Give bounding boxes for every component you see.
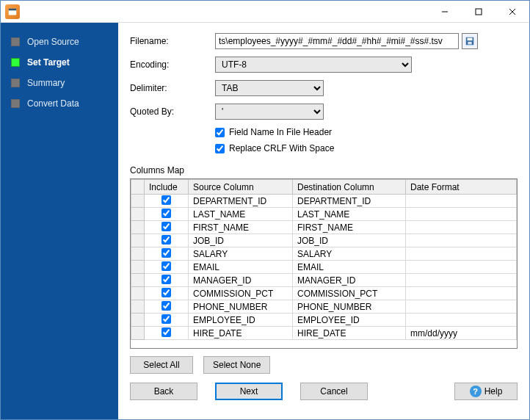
cancel-button[interactable]: Cancel xyxy=(300,383,368,400)
datefmt-cell[interactable] xyxy=(406,274,517,287)
row-header[interactable] xyxy=(131,287,145,300)
close-button[interactable] xyxy=(495,1,529,23)
sidebar-item-summary[interactable]: Summary xyxy=(1,73,118,93)
include-checkbox[interactable] xyxy=(161,195,171,205)
sidebar-item-set-target[interactable]: Set Target xyxy=(1,52,118,73)
columns-map-grid[interactable]: Include Source Column Destination Column… xyxy=(130,178,518,349)
table-row[interactable]: SALARYSALARY xyxy=(131,247,517,261)
next-button[interactable]: Next xyxy=(215,383,283,400)
datefmt-cell[interactable] xyxy=(406,195,517,208)
table-row[interactable]: MANAGER_IDMANAGER_ID xyxy=(131,274,517,287)
include-cell[interactable] xyxy=(145,327,189,340)
datefmt-cell[interactable] xyxy=(406,300,517,314)
include-checkbox[interactable] xyxy=(161,275,171,284)
help-button[interactable]: ?Help xyxy=(454,383,518,400)
quoted-by-select[interactable]: ' xyxy=(215,104,324,120)
table-row[interactable]: FIRST_NAMEFIRST_NAME xyxy=(131,221,517,234)
dest-cell[interactable]: DEPARTMENT_ID xyxy=(293,195,406,208)
include-cell[interactable] xyxy=(145,208,189,221)
include-cell[interactable] xyxy=(145,195,189,208)
source-cell[interactable]: MANAGER_ID xyxy=(189,274,293,287)
row-header[interactable] xyxy=(131,274,145,287)
dest-cell[interactable]: PHONE_NUMBER xyxy=(293,300,406,314)
include-checkbox[interactable] xyxy=(161,327,171,337)
col-header-dest[interactable]: Destination Column xyxy=(293,180,406,195)
dest-cell[interactable]: COMMISSION_PCT xyxy=(293,287,406,300)
table-row[interactable]: COMMISSION_PCTCOMMISSION_PCT xyxy=(131,287,517,300)
source-cell[interactable]: DEPARTMENT_ID xyxy=(189,195,293,208)
include-cell[interactable] xyxy=(145,261,189,274)
dest-cell[interactable]: EMPLOYEE_ID xyxy=(293,314,406,327)
include-checkbox[interactable] xyxy=(161,235,171,245)
datefmt-cell[interactable] xyxy=(406,247,517,261)
include-checkbox[interactable] xyxy=(161,301,171,311)
datefmt-cell[interactable] xyxy=(406,208,517,221)
row-header[interactable] xyxy=(131,234,145,247)
table-row[interactable]: LAST_NAMELAST_NAME xyxy=(131,208,517,221)
include-checkbox[interactable] xyxy=(161,222,171,231)
source-cell[interactable]: FIRST_NAME xyxy=(189,221,293,234)
datefmt-cell[interactable] xyxy=(406,221,517,234)
maximize-button[interactable] xyxy=(462,1,495,23)
dest-cell[interactable]: HIRE_DATE xyxy=(293,327,406,340)
sidebar-item-open-source[interactable]: Open Source xyxy=(1,32,118,52)
col-header-include[interactable]: Include xyxy=(145,180,189,195)
include-checkbox[interactable] xyxy=(161,288,171,297)
source-cell[interactable]: EMAIL xyxy=(189,261,293,274)
include-cell[interactable] xyxy=(145,221,189,234)
include-cell[interactable] xyxy=(145,287,189,300)
datefmt-cell[interactable] xyxy=(406,234,517,247)
source-cell[interactable]: SALARY xyxy=(189,247,293,261)
include-checkbox[interactable] xyxy=(161,248,171,258)
include-cell[interactable] xyxy=(145,300,189,314)
table-row[interactable]: EMAILEMAIL xyxy=(131,261,517,274)
select-none-button[interactable]: Select None xyxy=(203,356,270,374)
include-checkbox[interactable] xyxy=(161,209,171,218)
source-cell[interactable]: COMMISSION_PCT xyxy=(189,287,293,300)
table-row[interactable]: PHONE_NUMBERPHONE_NUMBER xyxy=(131,300,517,314)
browse-file-button[interactable] xyxy=(462,33,478,49)
dest-cell[interactable]: FIRST_NAME xyxy=(293,221,406,234)
table-row[interactable]: EMPLOYEE_IDEMPLOYEE_ID xyxy=(131,314,517,327)
datefmt-cell[interactable] xyxy=(406,287,517,300)
include-cell[interactable] xyxy=(145,314,189,327)
row-header[interactable] xyxy=(131,247,145,261)
datefmt-cell[interactable] xyxy=(406,314,517,327)
source-cell[interactable]: PHONE_NUMBER xyxy=(189,300,293,314)
row-header[interactable] xyxy=(131,195,145,208)
row-header[interactable] xyxy=(131,327,145,340)
row-header[interactable] xyxy=(131,300,145,314)
source-cell[interactable]: HIRE_DATE xyxy=(189,327,293,340)
row-header[interactable] xyxy=(131,314,145,327)
datefmt-cell[interactable] xyxy=(406,261,517,274)
dest-cell[interactable]: EMAIL xyxy=(293,261,406,274)
field-name-header-checkbox[interactable] xyxy=(215,128,225,137)
row-header[interactable] xyxy=(131,261,145,274)
col-header-source[interactable]: Source Column xyxy=(189,180,293,195)
back-button[interactable]: Back xyxy=(130,383,197,400)
dest-cell[interactable]: LAST_NAME xyxy=(293,208,406,221)
include-cell[interactable] xyxy=(145,274,189,287)
dest-cell[interactable]: JOB_ID xyxy=(293,234,406,247)
row-header[interactable] xyxy=(131,221,145,234)
include-checkbox[interactable] xyxy=(161,314,171,324)
source-cell[interactable]: JOB_ID xyxy=(189,234,293,247)
delimiter-select[interactable]: TAB xyxy=(215,80,324,96)
include-cell[interactable] xyxy=(145,234,189,247)
minimize-button[interactable] xyxy=(428,1,462,23)
dest-cell[interactable]: SALARY xyxy=(293,247,406,261)
row-header[interactable] xyxy=(131,208,145,221)
select-all-button[interactable]: Select All xyxy=(130,356,193,374)
source-cell[interactable]: LAST_NAME xyxy=(189,208,293,221)
filename-input[interactable] xyxy=(215,33,459,49)
table-row[interactable]: JOB_IDJOB_ID xyxy=(131,234,517,247)
include-cell[interactable] xyxy=(145,247,189,261)
table-row[interactable]: HIRE_DATEHIRE_DATEmm/dd/yyyy xyxy=(131,327,517,340)
col-header-datefmt[interactable]: Date Format xyxy=(406,180,517,195)
sidebar-item-convert-data[interactable]: Convert Data xyxy=(1,93,118,114)
include-checkbox[interactable] xyxy=(161,261,171,271)
replace-crlf-checkbox[interactable] xyxy=(215,144,225,153)
dest-cell[interactable]: MANAGER_ID xyxy=(293,274,406,287)
datefmt-cell[interactable]: mm/dd/yyyy xyxy=(406,327,517,340)
encoding-select[interactable]: UTF-8 xyxy=(215,57,412,73)
